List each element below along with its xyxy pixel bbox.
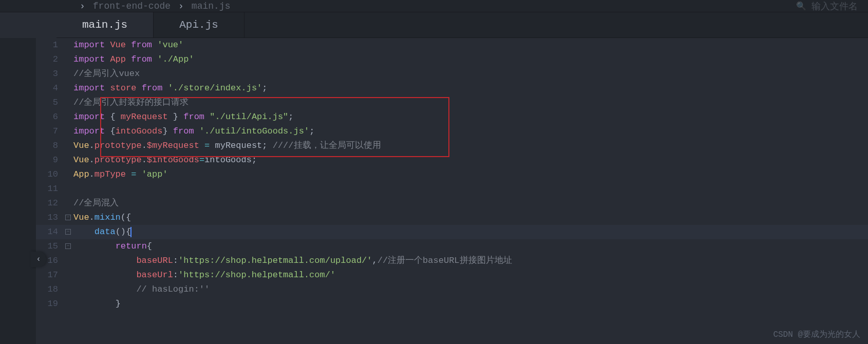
code-line[interactable]: 2import App from './App' — [36, 52, 868, 67]
line-number: 3 — [36, 67, 64, 81]
line-text[interactable]: baseURL:'https://shop.helpetmall.com/upl… — [73, 254, 512, 268]
sidebar-left — [0, 38, 36, 344]
tab-main-js[interactable]: main.js — [56, 12, 154, 37]
fold-marker-icon[interactable]: − — [65, 229, 71, 235]
line-text[interactable]: //全局引入封装好的接口请求 — [73, 95, 188, 110]
fold-gutter — [64, 139, 73, 153]
line-text[interactable]: import App from './App' — [73, 52, 194, 67]
code-line[interactable]: 3//全局引入vuex — [36, 67, 868, 81]
line-text[interactable]: import store from './store/index.js'; — [73, 81, 268, 95]
code-line[interactable]: 16 baseURL:'https://shop.helpetmall.com/… — [36, 254, 868, 268]
fold-gutter — [64, 52, 73, 67]
line-number: 14 — [36, 225, 64, 239]
code-line[interactable]: 7import {intoGoods} from './util/intoGoo… — [36, 124, 868, 139]
line-text[interactable]: import { myRequest } from "./util/Api.js… — [73, 110, 294, 124]
code-line[interactable]: 18 // hasLogin:'' — [36, 282, 868, 297]
line-text[interactable]: import Vue from 'vue' — [73, 38, 183, 52]
breadcrumb-item[interactable]: front-end-code — [93, 1, 171, 11]
line-text[interactable]: //全局引入vuex — [73, 67, 140, 81]
search-icon: 🔍 — [796, 1, 806, 11]
line-text[interactable]: App.mpType = 'app' — [73, 167, 168, 182]
code-line[interactable]: 12//全局混入 — [36, 196, 868, 211]
fold-gutter — [64, 297, 73, 311]
fold-gutter — [64, 182, 73, 196]
line-number: 13 — [36, 211, 64, 225]
fold-gutter — [64, 67, 73, 81]
fold-gutter — [64, 167, 73, 182]
text-cursor — [130, 227, 131, 237]
fold-gutter — [64, 282, 73, 297]
line-number: 10 — [36, 167, 64, 182]
tab-api-js[interactable]: Api.js — [154, 12, 244, 37]
line-number: 11 — [36, 182, 64, 196]
top-bar: › front-end-code › main.js 🔍 输入文件名 — [0, 0, 868, 12]
code-line[interactable]: 11 — [36, 182, 868, 196]
search-area[interactable]: 🔍 输入文件名 — [796, 0, 858, 12]
line-text[interactable]: //全局混入 — [73, 196, 119, 211]
code-line[interactable]: 8Vue.prototype.$myRequest = myRequest; /… — [36, 139, 868, 153]
line-number: 5 — [36, 95, 64, 110]
line-number: 17 — [36, 268, 64, 282]
fold-gutter — [64, 38, 73, 52]
fold-gutter: − — [64, 225, 73, 239]
fold-gutter — [64, 196, 73, 211]
line-number: 12 — [36, 196, 64, 211]
fold-gutter — [64, 153, 73, 167]
line-number: 6 — [36, 110, 64, 124]
line-text[interactable]: // hasLogin:'' — [73, 282, 210, 297]
fold-gutter — [64, 268, 73, 282]
fold-gutter — [64, 95, 73, 110]
code-line[interactable]: 14− data(){ — [36, 225, 868, 239]
line-text[interactable]: return{ — [73, 239, 152, 254]
code-line[interactable]: 10App.mpType = 'app' — [36, 167, 868, 182]
line-number: 1 — [36, 38, 64, 52]
tabs-bar: main.js Api.js — [56, 12, 868, 38]
code-line[interactable]: 4import store from './store/index.js'; — [36, 81, 868, 95]
line-text[interactable]: Vue.prototype.$myRequest = myRequest; //… — [73, 139, 381, 153]
search-placeholder: 输入文件名 — [812, 0, 858, 12]
code-line[interactable]: 6import { myRequest } from "./util/Api.j… — [36, 110, 868, 124]
breadcrumb-item[interactable]: main.js — [192, 1, 231, 11]
line-number: 9 — [36, 153, 64, 167]
line-text[interactable]: data(){ — [73, 225, 131, 239]
fold-gutter — [64, 254, 73, 268]
line-text[interactable]: import {intoGoods} from './util/intoGood… — [73, 124, 314, 139]
fold-gutter — [64, 81, 73, 95]
collapse-sidebar-button[interactable]: ‹ — [31, 252, 46, 267]
breadcrumb: › front-end-code › main.js — [80, 1, 230, 11]
code-line[interactable]: 17 baseUrl:'https://shop.helpetmall.com/… — [36, 268, 868, 282]
code-content[interactable]: 1import Vue from 'vue'2import App from '… — [36, 38, 868, 344]
code-line[interactable]: 5//全局引入封装好的接口请求 — [36, 95, 868, 110]
code-line[interactable]: 13−Vue.mixin({ — [36, 211, 868, 225]
editor-area: 1import Vue from 'vue'2import App from '… — [0, 38, 868, 344]
breadcrumb-sep: › — [178, 1, 184, 11]
breadcrumb-sep: › — [80, 1, 85, 11]
fold-marker-icon[interactable]: − — [65, 243, 71, 249]
line-number: 8 — [36, 139, 64, 153]
line-number: 7 — [36, 124, 64, 139]
watermark: CSDN @要成为光的女人 — [773, 329, 860, 340]
code-line[interactable]: 1import Vue from 'vue' — [36, 38, 868, 52]
line-text[interactable]: baseUrl:'https://shop.helpetmall.com/' — [73, 268, 335, 282]
line-text[interactable]: } — [73, 297, 121, 311]
line-number: 2 — [36, 52, 64, 67]
fold-gutter: − — [64, 211, 73, 225]
line-number: 18 — [36, 282, 64, 297]
fold-gutter: − — [64, 239, 73, 254]
fold-marker-icon[interactable]: − — [65, 215, 71, 220]
code-line[interactable]: 15− return{ — [36, 239, 868, 254]
line-text[interactable]: Vue.prototype.$intoGoods=intoGoods; — [73, 153, 257, 167]
chevron-left-icon: ‹ — [36, 255, 41, 264]
line-text[interactable]: Vue.mixin({ — [73, 211, 131, 225]
fold-gutter — [64, 110, 73, 124]
fold-gutter — [64, 124, 73, 139]
line-number: 19 — [36, 297, 64, 311]
code-line[interactable]: 19 } — [36, 297, 868, 311]
code-line[interactable]: 9Vue.prototype.$intoGoods=intoGoods; — [36, 153, 868, 167]
line-number: 4 — [36, 81, 64, 95]
